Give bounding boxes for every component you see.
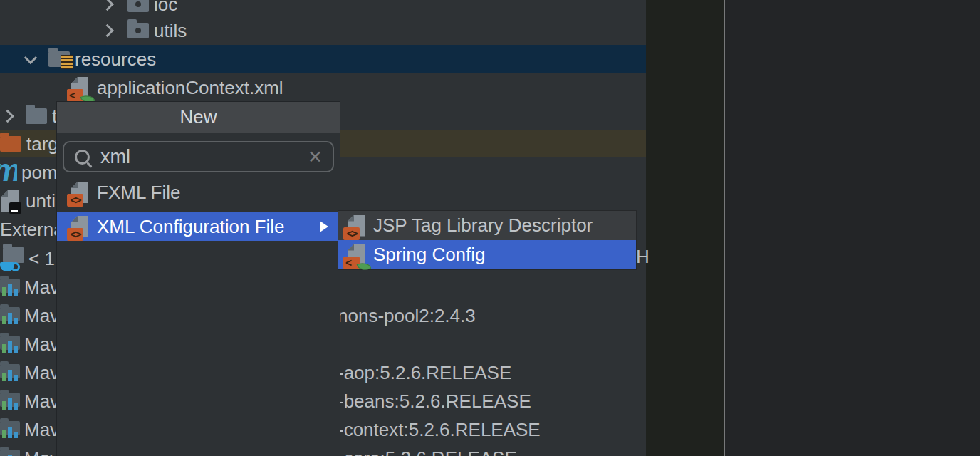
tree-item-label: Mav — [24, 358, 59, 387]
menu-item-fxml-file[interactable]: FXML File — [57, 178, 340, 207]
menu-item-label: Spring Config — [373, 244, 486, 266]
spring-config-file-icon — [348, 244, 365, 266]
tree-item-label: applicationContext.xml — [97, 73, 283, 102]
maven-pom-icon — [0, 158, 17, 187]
tree-item-label: Externa — [0, 215, 64, 244]
maven-library-icon — [0, 393, 20, 410]
hidden-text-fragment: H — [636, 242, 650, 271]
tree-item-label: Mav — [24, 330, 59, 358]
tree-item-label: Mav — [24, 415, 59, 444]
maven-library-icon — [0, 421, 20, 438]
maven-library-icon — [0, 450, 20, 456]
chevron-right-icon[interactable] — [0, 102, 23, 130]
ide-screen: ioc utils resources applicationContext.x… — [0, 0, 980, 456]
jdk-icon — [0, 246, 24, 271]
maven-library-icon — [0, 364, 20, 381]
search-icon — [75, 150, 90, 165]
tree-item-label: Mav — [24, 301, 59, 330]
popup-title: New — [57, 102, 340, 133]
search-input[interactable] — [99, 145, 308, 169]
menu-item-label: XML Configuration File — [97, 216, 285, 238]
new-file-popup: New ✕ FXML File XML Configuration File — [57, 102, 340, 456]
excluded-folder-icon — [0, 136, 21, 152]
package-folder-icon — [127, 23, 149, 38]
panel-gap — [646, 0, 724, 456]
dependency-text-fragment: -context:5.2.6.RELEASE — [338, 415, 541, 444]
chevron-right-icon[interactable] — [94, 16, 123, 45]
clear-search-icon[interactable]: ✕ — [308, 147, 323, 167]
menu-item-label: FXML File — [97, 182, 181, 204]
spring-config-file-icon — [71, 77, 88, 98]
xml-file-icon — [71, 182, 88, 203]
tree-item-label: Mav — [24, 273, 59, 301]
tree-item-label: resources — [75, 45, 156, 73]
menu-item-xml-configuration-file[interactable]: XML Configuration File — [57, 212, 340, 241]
tree-item-label: < 1. — [28, 244, 60, 273]
resources-folder-icon — [48, 51, 70, 67]
dependency-text-fragment: core:5.2.6.RELEASE — [344, 444, 517, 456]
dependency-text-fragment: nons-pool2:2.4.3 — [338, 301, 476, 330]
menu-item-label: JSP Tag Library Descriptor — [373, 214, 593, 237]
tree-row-resources[interactable]: resources — [0, 45, 646, 73]
xml-config-submenu: JSP Tag Library Descriptor Spring Config — [338, 211, 636, 269]
folder-icon — [26, 108, 47, 124]
tree-item-label: targ — [26, 130, 58, 158]
maven-library-icon — [0, 307, 20, 324]
tree-row-utils[interactable]: utils — [0, 16, 646, 45]
xml-file-icon — [71, 216, 88, 237]
maven-library-icon — [0, 279, 20, 296]
search-box[interactable]: ✕ — [63, 141, 334, 172]
submenu-item-jsp-tag-library-descriptor[interactable]: JSP Tag Library Descriptor — [338, 211, 636, 240]
text-file-icon — [1, 190, 19, 212]
submenu-arrow-icon — [320, 221, 328, 232]
editor-area[interactable] — [725, 0, 980, 456]
xml-file-icon — [348, 215, 365, 237]
tree-item-label: Mav — [24, 387, 59, 415]
maven-library-icon — [0, 336, 20, 353]
tree-item-label: Mav — [24, 444, 59, 456]
dependency-text-fragment: -beans:5.2.6.RELEASE — [338, 387, 531, 415]
submenu-item-spring-config[interactable]: Spring Config — [338, 240, 636, 269]
tree-item-label: utils — [154, 16, 187, 45]
tree-row-application-context[interactable]: applicationContext.xml — [0, 73, 646, 102]
dependency-text-fragment: -aop:5.2.6.RELEASE — [338, 358, 511, 387]
package-folder-icon — [127, 0, 149, 12]
tree-item-label: unti — [26, 187, 56, 215]
tree-item-label: pom — [21, 158, 58, 187]
chevron-down-icon[interactable] — [16, 45, 45, 73]
